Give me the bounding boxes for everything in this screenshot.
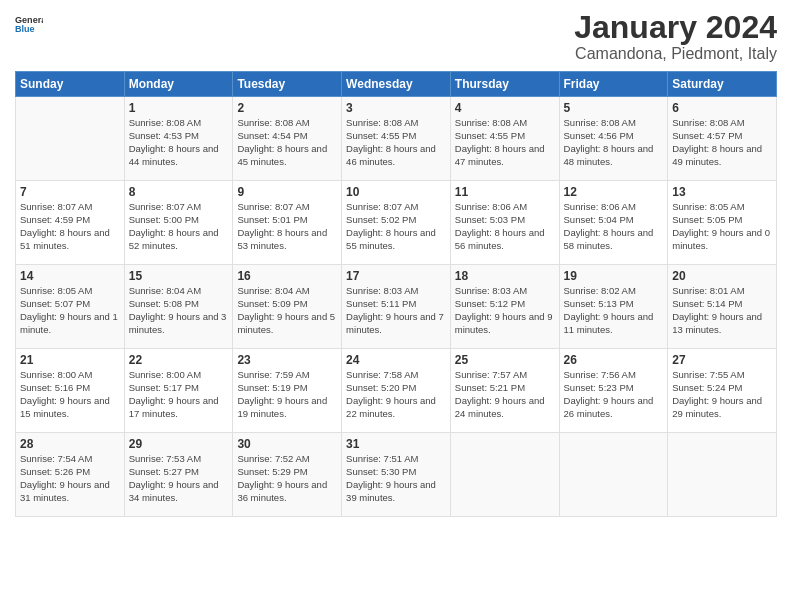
day-cell: 24Sunrise: 7:58 AM Sunset: 5:20 PM Dayli… [342, 349, 451, 433]
day-number: 27 [672, 353, 772, 367]
day-number: 9 [237, 185, 337, 199]
week-row-1: 1Sunrise: 8:08 AM Sunset: 4:53 PM Daylig… [16, 97, 777, 181]
col-thursday: Thursday [450, 72, 559, 97]
svg-text:General: General [15, 15, 43, 25]
day-cell: 11Sunrise: 8:06 AM Sunset: 5:03 PM Dayli… [450, 181, 559, 265]
day-number: 3 [346, 101, 446, 115]
day-cell: 23Sunrise: 7:59 AM Sunset: 5:19 PM Dayli… [233, 349, 342, 433]
day-number: 18 [455, 269, 555, 283]
day-number: 15 [129, 269, 229, 283]
day-number: 14 [20, 269, 120, 283]
day-info: Sunrise: 8:08 AM Sunset: 4:55 PM Dayligh… [455, 117, 555, 168]
day-cell: 1Sunrise: 8:08 AM Sunset: 4:53 PM Daylig… [124, 97, 233, 181]
day-info: Sunrise: 8:08 AM Sunset: 4:54 PM Dayligh… [237, 117, 337, 168]
day-number: 2 [237, 101, 337, 115]
col-saturday: Saturday [668, 72, 777, 97]
day-info: Sunrise: 8:06 AM Sunset: 5:04 PM Dayligh… [564, 201, 664, 252]
week-row-3: 14Sunrise: 8:05 AM Sunset: 5:07 PM Dayli… [16, 265, 777, 349]
day-info: Sunrise: 8:04 AM Sunset: 5:08 PM Dayligh… [129, 285, 229, 336]
day-cell: 16Sunrise: 8:04 AM Sunset: 5:09 PM Dayli… [233, 265, 342, 349]
day-info: Sunrise: 8:03 AM Sunset: 5:11 PM Dayligh… [346, 285, 446, 336]
day-number: 6 [672, 101, 772, 115]
day-cell: 6Sunrise: 8:08 AM Sunset: 4:57 PM Daylig… [668, 97, 777, 181]
col-friday: Friday [559, 72, 668, 97]
day-cell: 31Sunrise: 7:51 AM Sunset: 5:30 PM Dayli… [342, 433, 451, 517]
day-info: Sunrise: 8:00 AM Sunset: 5:17 PM Dayligh… [129, 369, 229, 420]
day-cell: 29Sunrise: 7:53 AM Sunset: 5:27 PM Dayli… [124, 433, 233, 517]
page-container: General Blue January 2024 Camandona, Pie… [0, 0, 792, 527]
col-monday: Monday [124, 72, 233, 97]
day-cell: 9Sunrise: 8:07 AM Sunset: 5:01 PM Daylig… [233, 181, 342, 265]
calendar-body: 1Sunrise: 8:08 AM Sunset: 4:53 PM Daylig… [16, 97, 777, 517]
day-number: 24 [346, 353, 446, 367]
day-info: Sunrise: 8:04 AM Sunset: 5:09 PM Dayligh… [237, 285, 337, 336]
day-info: Sunrise: 7:51 AM Sunset: 5:30 PM Dayligh… [346, 453, 446, 504]
day-number: 5 [564, 101, 664, 115]
day-cell: 17Sunrise: 8:03 AM Sunset: 5:11 PM Dayli… [342, 265, 451, 349]
logo: General Blue [15, 10, 43, 38]
subtitle: Camandona, Piedmont, Italy [574, 45, 777, 63]
day-number: 19 [564, 269, 664, 283]
day-cell: 7Sunrise: 8:07 AM Sunset: 4:59 PM Daylig… [16, 181, 125, 265]
day-info: Sunrise: 7:55 AM Sunset: 5:24 PM Dayligh… [672, 369, 772, 420]
day-info: Sunrise: 8:02 AM Sunset: 5:13 PM Dayligh… [564, 285, 664, 336]
col-wednesday: Wednesday [342, 72, 451, 97]
day-info: Sunrise: 8:01 AM Sunset: 5:14 PM Dayligh… [672, 285, 772, 336]
day-cell: 22Sunrise: 8:00 AM Sunset: 5:17 PM Dayli… [124, 349, 233, 433]
day-number: 23 [237, 353, 337, 367]
day-info: Sunrise: 8:07 AM Sunset: 4:59 PM Dayligh… [20, 201, 120, 252]
header: General Blue January 2024 Camandona, Pie… [15, 10, 777, 63]
day-cell: 26Sunrise: 7:56 AM Sunset: 5:23 PM Dayli… [559, 349, 668, 433]
day-cell: 27Sunrise: 7:55 AM Sunset: 5:24 PM Dayli… [668, 349, 777, 433]
day-cell: 25Sunrise: 7:57 AM Sunset: 5:21 PM Dayli… [450, 349, 559, 433]
day-info: Sunrise: 8:08 AM Sunset: 4:57 PM Dayligh… [672, 117, 772, 168]
day-number: 22 [129, 353, 229, 367]
day-info: Sunrise: 8:08 AM Sunset: 4:56 PM Dayligh… [564, 117, 664, 168]
day-info: Sunrise: 7:56 AM Sunset: 5:23 PM Dayligh… [564, 369, 664, 420]
day-cell [668, 433, 777, 517]
day-cell: 13Sunrise: 8:05 AM Sunset: 5:05 PM Dayli… [668, 181, 777, 265]
day-cell: 30Sunrise: 7:52 AM Sunset: 5:29 PM Dayli… [233, 433, 342, 517]
day-info: Sunrise: 8:05 AM Sunset: 5:07 PM Dayligh… [20, 285, 120, 336]
day-cell [559, 433, 668, 517]
day-number: 10 [346, 185, 446, 199]
day-info: Sunrise: 8:08 AM Sunset: 4:53 PM Dayligh… [129, 117, 229, 168]
day-number: 17 [346, 269, 446, 283]
day-info: Sunrise: 8:00 AM Sunset: 5:16 PM Dayligh… [20, 369, 120, 420]
day-cell: 14Sunrise: 8:05 AM Sunset: 5:07 PM Dayli… [16, 265, 125, 349]
col-sunday: Sunday [16, 72, 125, 97]
day-info: Sunrise: 8:07 AM Sunset: 5:00 PM Dayligh… [129, 201, 229, 252]
day-info: Sunrise: 8:07 AM Sunset: 5:01 PM Dayligh… [237, 201, 337, 252]
day-number: 11 [455, 185, 555, 199]
day-cell: 28Sunrise: 7:54 AM Sunset: 5:26 PM Dayli… [16, 433, 125, 517]
day-info: Sunrise: 7:58 AM Sunset: 5:20 PM Dayligh… [346, 369, 446, 420]
day-cell: 2Sunrise: 8:08 AM Sunset: 4:54 PM Daylig… [233, 97, 342, 181]
day-number: 7 [20, 185, 120, 199]
day-cell: 3Sunrise: 8:08 AM Sunset: 4:55 PM Daylig… [342, 97, 451, 181]
day-info: Sunrise: 7:53 AM Sunset: 5:27 PM Dayligh… [129, 453, 229, 504]
day-number: 1 [129, 101, 229, 115]
day-number: 20 [672, 269, 772, 283]
title-block: January 2024 Camandona, Piedmont, Italy [574, 10, 777, 63]
day-cell [450, 433, 559, 517]
day-info: Sunrise: 8:08 AM Sunset: 4:55 PM Dayligh… [346, 117, 446, 168]
col-tuesday: Tuesday [233, 72, 342, 97]
day-info: Sunrise: 8:03 AM Sunset: 5:12 PM Dayligh… [455, 285, 555, 336]
day-cell [16, 97, 125, 181]
day-info: Sunrise: 8:07 AM Sunset: 5:02 PM Dayligh… [346, 201, 446, 252]
day-number: 12 [564, 185, 664, 199]
day-number: 26 [564, 353, 664, 367]
day-cell: 18Sunrise: 8:03 AM Sunset: 5:12 PM Dayli… [450, 265, 559, 349]
week-row-2: 7Sunrise: 8:07 AM Sunset: 4:59 PM Daylig… [16, 181, 777, 265]
week-row-5: 28Sunrise: 7:54 AM Sunset: 5:26 PM Dayli… [16, 433, 777, 517]
main-title: January 2024 [574, 10, 777, 45]
logo-icon: General Blue [15, 10, 43, 38]
day-info: Sunrise: 7:57 AM Sunset: 5:21 PM Dayligh… [455, 369, 555, 420]
day-number: 8 [129, 185, 229, 199]
day-number: 13 [672, 185, 772, 199]
day-info: Sunrise: 7:52 AM Sunset: 5:29 PM Dayligh… [237, 453, 337, 504]
day-info: Sunrise: 8:05 AM Sunset: 5:05 PM Dayligh… [672, 201, 772, 252]
day-number: 30 [237, 437, 337, 451]
day-cell: 4Sunrise: 8:08 AM Sunset: 4:55 PM Daylig… [450, 97, 559, 181]
day-cell: 10Sunrise: 8:07 AM Sunset: 5:02 PM Dayli… [342, 181, 451, 265]
